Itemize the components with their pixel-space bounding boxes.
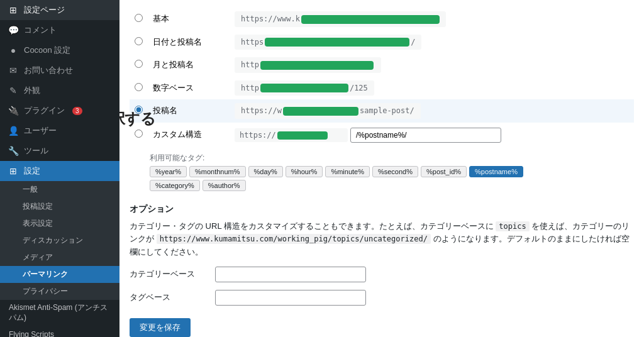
options-description: カテゴリー・タグの URL 構造をカスタマイズすることもできます。たとえば、カテ… <box>130 220 634 259</box>
tag-monthnum[interactable]: %monthnum% <box>189 166 246 177</box>
table-row: 月と投稿名 http <box>130 53 634 77</box>
radio-basic[interactable] <box>135 14 143 22</box>
radio-custom[interactable] <box>135 130 143 138</box>
sidebar-submenu-settings: 一般 投稿設定 表示設定 ディスカッション メディア パーマリンク プライバシー <box>0 181 119 300</box>
url-preview-month-name: http <box>235 57 381 73</box>
category-base-input[interactable] <box>215 267 366 282</box>
table-row: 日付と投稿名 https/ <box>130 31 634 54</box>
custom-prefix: https:// <box>235 128 348 142</box>
table-row-custom: カスタム構造 https:// <box>130 123 634 146</box>
tag-year[interactable]: %year% <box>150 166 187 177</box>
options-url-example: https://www.kumamitsu.com/working_pig/to… <box>157 234 431 244</box>
table-row-postname: 投稿名 https://wsample-post/ <box>130 99 634 123</box>
permalink-table: 基本 https://www.k 日付と投稿名 https/ <box>130 8 634 146</box>
tag-base-input[interactable] <box>215 290 366 306</box>
tag-hour[interactable]: %hour% <box>286 166 323 177</box>
sidebar-item-settings-page[interactable]: ⊞ 設定ページ <box>0 0 119 20</box>
sidebar-item-comment[interactable]: 💬 コメント <box>0 20 119 40</box>
sidebar-item-cocoon[interactable]: ● Cocoon 設定 <box>0 40 119 60</box>
table-row: 基本 https://www.k <box>130 8 634 31</box>
radio-month-name[interactable] <box>135 60 143 68</box>
sidebar-item-plugins[interactable]: 🔌 プラグイン 3 <box>0 101 119 121</box>
tag-postname[interactable]: %postname% <box>469 166 523 177</box>
sidebar-item-privacy[interactable]: プライバシー <box>0 283 119 300</box>
sidebar-item-permalink[interactable]: パーマリンク <box>0 266 119 283</box>
radio-postname[interactable] <box>135 106 143 114</box>
sidebar-item-general[interactable]: 一般 <box>0 181 119 198</box>
options-title: オプション <box>130 204 634 215</box>
plugin-icon: 🔌 <box>8 106 19 116</box>
tag-base-row: タグベース <box>130 290 634 306</box>
permalink-section: 基本 https://www.k 日付と投稿名 https/ <box>119 0 644 337</box>
sidebar-item-users[interactable]: 👤 ユーザー <box>0 121 119 141</box>
mail-icon: ✉ <box>8 65 19 75</box>
tag-base-label: タグベース <box>130 292 205 303</box>
radio-date-name[interactable] <box>135 37 143 45</box>
url-preview-basic: https://www.k <box>235 11 446 27</box>
tags-section: 利用可能なタグ: %year% %monthnum% %day% %hour% … <box>130 146 634 191</box>
options-code: topics <box>496 221 529 231</box>
plugin-badge: 3 <box>72 107 82 115</box>
custom-row: https:// <box>235 128 629 143</box>
sidebar-item-settings[interactable]: ⊞ 設定 <box>0 161 119 181</box>
users-icon: 👤 <box>8 126 19 136</box>
radio-numeric[interactable] <box>135 83 143 91</box>
tag-buttons-container: %year% %monthnum% %day% %hour% %minute% … <box>150 166 634 177</box>
grid-icon: ⊞ <box>8 5 19 15</box>
appearance-icon: ✎ <box>8 86 19 96</box>
url-preview-postname: https://wsample-post/ <box>235 103 421 119</box>
tags-label: 利用可能なタグ: <box>150 153 634 163</box>
cocoon-icon: ● <box>8 45 19 55</box>
sidebar-item-discussion[interactable]: ディスカッション <box>0 232 119 249</box>
category-base-label: カテゴリーベース <box>130 268 205 280</box>
tag-day[interactable]: %day% <box>248 166 283 177</box>
sidebar-item-reading[interactable]: 表示設定 <box>0 215 119 232</box>
tag-minute[interactable]: %minute% <box>325 166 370 177</box>
options-section: オプション カテゴリー・タグの URL 構造をカスタマイズすることもできます。た… <box>130 204 634 337</box>
sidebar: ⊞ 設定ページ 💬 コメント ● Cocoon 設定 ✉ お問い合わせ ✎ 外観… <box>0 0 119 337</box>
tag-author[interactable]: %author% <box>203 180 246 191</box>
sidebar-item-flying-scripts[interactable]: Flying Scripts <box>0 326 119 337</box>
tag-buttons-row2: %category% %author% <box>150 180 634 191</box>
sidebar-item-writing[interactable]: 投稿設定 <box>0 198 119 215</box>
url-preview-numeric: http/125 <box>235 80 374 96</box>
table-row: 数字ベース http/125 <box>130 77 634 100</box>
comment-icon: 💬 <box>8 25 19 35</box>
main-content: 基本 https://www.k 日付と投稿名 https/ <box>119 0 644 337</box>
tag-second[interactable]: %second% <box>372 166 418 177</box>
sidebar-item-appearance[interactable]: ✎ 外観 <box>0 80 119 101</box>
tools-icon: 🔧 <box>8 146 19 156</box>
url-preview-date-name: https/ <box>235 35 421 50</box>
tag-post-id[interactable]: %post_id% <box>421 166 467 177</box>
sidebar-item-akismet[interactable]: Akismet Anti-Spam (アンチスパム) <box>0 300 119 326</box>
save-button[interactable]: 変更を保存 <box>130 318 191 337</box>
sidebar-item-tools[interactable]: 🔧 ツール <box>0 141 119 161</box>
custom-structure-input[interactable] <box>350 128 501 143</box>
sidebar-item-contact[interactable]: ✉ お問い合わせ <box>0 60 119 80</box>
settings-icon: ⊞ <box>8 166 19 176</box>
sidebar-item-media[interactable]: メディア <box>0 249 119 266</box>
category-base-row: カテゴリーベース <box>130 267 634 282</box>
tag-category[interactable]: %category% <box>150 180 200 191</box>
